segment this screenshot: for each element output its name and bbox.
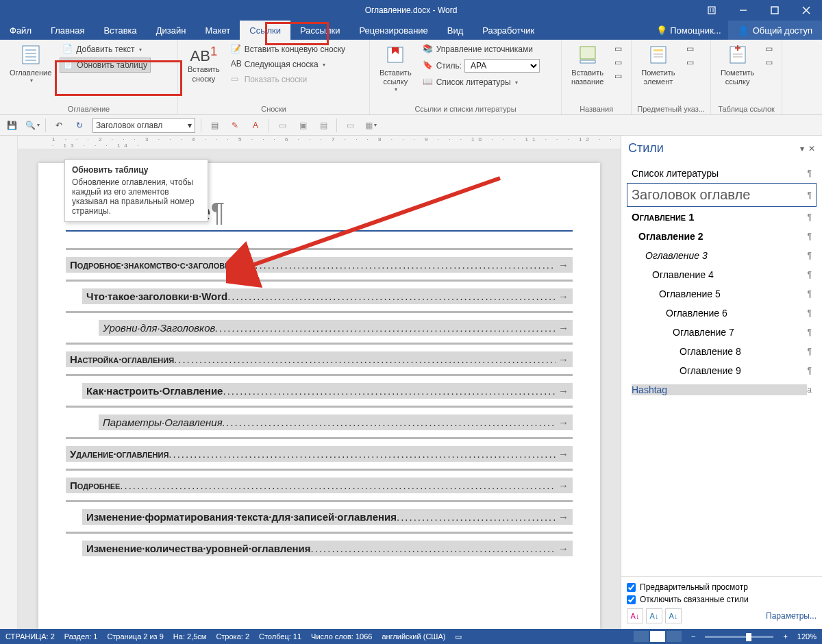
maximize-button[interactable] — [759, 0, 790, 21]
zoom-out[interactable]: − — [691, 632, 695, 641]
caption-opt3[interactable]: ▭ — [612, 70, 625, 82]
style-item[interactable]: Hashtaga — [627, 380, 817, 399]
share-button[interactable]: 👤Общий доступ — [728, 21, 822, 40]
qat-b7[interactable]: ▭ — [342, 118, 358, 133]
caption-opt1[interactable]: ▭ — [612, 42, 625, 55]
style-item[interactable]: Оглавление 7¶ — [627, 323, 817, 342]
status-track[interactable]: ▭ — [455, 632, 462, 641]
show-footnotes-button[interactable]: ▭Показать сноски — [228, 73, 348, 86]
index-opt1[interactable]: ▭ — [684, 42, 697, 55]
insert-caption-button[interactable]: Вставить название — [567, 42, 608, 88]
redo-button[interactable]: ↻ — [72, 118, 87, 133]
style-inspector-button[interactable]: A↓ — [646, 608, 662, 623]
styles-list[interactable]: Список литературы¶Заголовок оглавле¶Огла… — [621, 161, 822, 576]
update-table-button[interactable]: 📄Обновить таблицу — [60, 58, 151, 73]
style-combo[interactable]: Заголовок оглавл▾ — [92, 118, 195, 133]
page[interactable]: ¶ Оглавление¶ Подробное·знакомство·с·заг… — [38, 163, 600, 629]
style-item[interactable]: Оглавление 2¶ — [627, 227, 817, 246]
insert-footnote-button[interactable]: AB1 Вставить сноску — [184, 42, 224, 85]
tab-view[interactable]: Вид — [438, 21, 473, 40]
tab-references[interactable]: Ссылки — [240, 21, 290, 40]
zoom-in[interactable]: + — [783, 632, 787, 641]
tab-layout[interactable]: Макет — [195, 21, 240, 40]
style-item[interactable]: Оглавление 9¶ — [627, 361, 817, 380]
status-words[interactable]: Число слов: 1066 — [311, 632, 372, 641]
toc-entry[interactable]: Подробнее ..............................… — [66, 478, 573, 493]
add-text-button[interactable]: 📄Добавить текст — [60, 42, 151, 56]
toc-entry[interactable]: Уровни·для·Заголовков ..................… — [99, 320, 573, 336]
qat-b3[interactable]: A — [248, 118, 263, 133]
tab-file[interactable]: Файл — [0, 21, 41, 40]
next-footnote-button[interactable]: ABСледующая сноска — [228, 58, 348, 71]
qat-b5[interactable]: ▣ — [295, 118, 310, 133]
styles-pane-close[interactable]: ✕ — [808, 144, 815, 153]
view-read[interactable] — [634, 631, 649, 642]
mark-citation-button[interactable]: Пометить ссылку — [717, 42, 758, 88]
tab-review[interactable]: Рецензирование — [349, 21, 437, 40]
tab-developer[interactable]: Разработчик — [473, 21, 544, 40]
zoom-level[interactable]: 120% — [797, 632, 817, 641]
style-item[interactable]: Оглавление 1¶ — [627, 207, 817, 227]
status-section[interactable]: Раздел: 1 — [64, 632, 98, 641]
toc-entry[interactable]: Параметры·Оглавления ...................… — [99, 414, 573, 430]
status-line[interactable]: Строка: 2 — [216, 632, 249, 641]
mark-entry-button[interactable]: Пометить элемент — [637, 42, 679, 88]
status-pageof[interactable]: Страница 2 из 9 — [107, 632, 163, 641]
qat-print[interactable]: 🔍 — [25, 118, 40, 133]
style-item[interactable]: Оглавление 3¶ — [627, 246, 817, 265]
new-style-button[interactable]: A↓ — [627, 608, 643, 623]
styles-pane-options[interactable]: ▾ — [800, 144, 804, 153]
save-button[interactable]: 💾 — [4, 118, 19, 133]
view-web[interactable] — [667, 631, 682, 642]
ribbon-options-icon[interactable] — [696, 0, 727, 21]
insert-citation-button[interactable]: Вставить ссылку — [375, 42, 416, 94]
toc-entry[interactable]: Подробное·знакомство·с·заголовками .....… — [66, 257, 573, 273]
toc-entry[interactable]: Что·такое·заголовки·в·Word .............… — [82, 288, 573, 304]
status-page[interactable]: СТРАНИЦА: 2 — [5, 632, 55, 641]
toc-entry[interactable]: Удаление·оглавления ....................… — [66, 446, 573, 462]
tab-home[interactable]: Главная — [41, 21, 94, 40]
qat-b2[interactable]: ✎ — [227, 118, 242, 133]
preview-checkbox[interactable]: Предварительный просмотр — [627, 582, 817, 592]
tab-mailings[interactable]: Рассылки — [290, 21, 349, 40]
toc-entry[interactable]: Изменение·количества·уровней·оглавления … — [82, 541, 573, 556]
disable-linked-checkbox[interactable]: Отключить связанные стили — [627, 595, 817, 604]
toc-entry[interactable]: Настройка·оглавления ...................… — [66, 351, 573, 367]
qat-b8[interactable]: ▦ — [363, 118, 378, 133]
tell-me[interactable]: 💡Помощник... — [649, 21, 727, 40]
status-lang[interactable]: английский (США) — [382, 632, 445, 641]
minimize-button[interactable] — [727, 0, 759, 21]
tab-design[interactable]: Дизайн — [147, 21, 196, 40]
status-pos[interactable]: На: 2,5см — [173, 632, 207, 641]
manage-sources-button[interactable]: 📚Управление источниками — [420, 42, 543, 56]
toc-entry[interactable]: Как·настроить·Оглавление ...............… — [82, 383, 573, 399]
qat-b1[interactable]: ▤ — [207, 118, 222, 133]
style-item[interactable]: Оглавление 4¶ — [627, 265, 817, 284]
close-button[interactable] — [790, 0, 822, 21]
index-opt2[interactable]: ▭ — [684, 56, 697, 69]
horizontal-ruler: 1 · · · 2 · · · 3 · · · 4 · · · 5 · · · … — [18, 136, 621, 149]
citation-style[interactable]: 🔖Стиль: APA — [420, 58, 543, 74]
style-item[interactable]: Оглавление 5¶ — [627, 284, 817, 304]
bibliography-button[interactable]: 📖Список литературы — [420, 75, 543, 89]
toc-button[interactable]: Оглавление — [5, 42, 55, 85]
qat-b6[interactable]: ▤ — [316, 118, 331, 133]
style-item[interactable]: Список литературы¶ — [627, 164, 817, 183]
manage-styles-button[interactable]: A↓ — [665, 608, 682, 623]
toa-opt1[interactable]: ▭ — [762, 42, 776, 55]
styles-options-link[interactable]: Параметры... — [766, 611, 817, 621]
caption-opt2[interactable]: ▭ — [612, 56, 625, 69]
qat-b4[interactable]: ▭ — [275, 118, 290, 133]
insert-endnote-button[interactable]: 📝Вставить концевую сноску — [228, 42, 348, 56]
undo-button[interactable]: ↶ — [51, 118, 66, 133]
style-item[interactable]: Заголовок оглавле¶ — [627, 183, 817, 207]
view-print[interactable] — [650, 631, 665, 642]
style-item[interactable]: Оглавление 6¶ — [627, 304, 817, 323]
style-item[interactable]: Оглавление 8¶ — [627, 342, 817, 361]
citation-style-select[interactable]: APA — [464, 59, 540, 73]
toc-entry[interactable]: Изменение·форматирования·текста·для·запи… — [82, 509, 573, 525]
toa-opt2[interactable]: ▭ — [762, 56, 776, 69]
tab-insert[interactable]: Вставка — [94, 21, 146, 40]
status-col[interactable]: Столбец: 11 — [259, 632, 301, 641]
zoom-slider[interactable] — [705, 636, 773, 638]
